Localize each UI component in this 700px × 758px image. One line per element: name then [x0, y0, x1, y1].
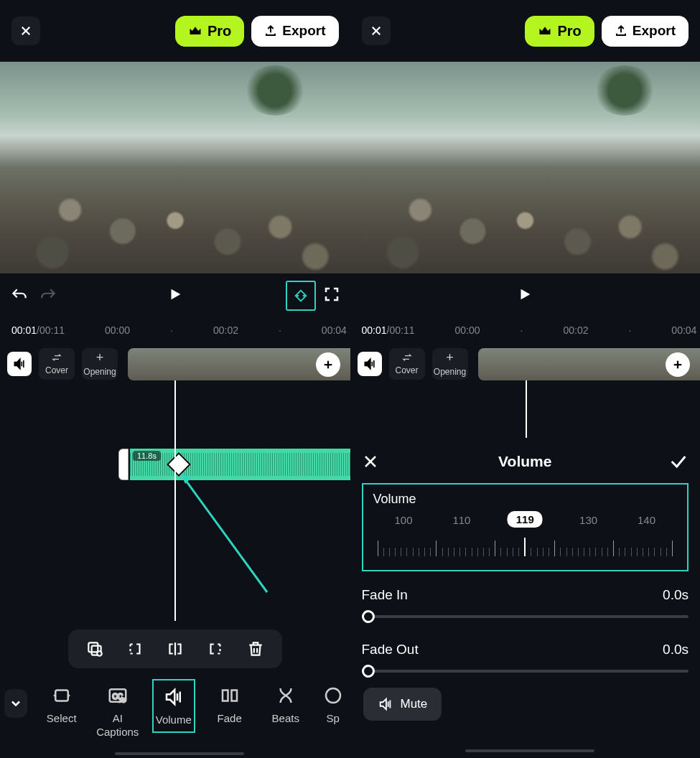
pro-button[interactable]: Pro	[525, 16, 594, 47]
redo-icon[interactable]	[39, 286, 57, 305]
copy-icon[interactable]	[85, 640, 104, 658]
tool-label: Fade	[218, 712, 242, 724]
cover-label: Cover	[395, 365, 418, 375]
slider-handle[interactable]	[362, 610, 375, 623]
collapse-button[interactable]	[4, 689, 27, 718]
topbar: Pro Export	[350, 0, 701, 62]
select-icon	[51, 685, 73, 706]
plus-icon: +	[96, 351, 104, 364]
playhead[interactable]	[174, 380, 176, 621]
fade-icon	[219, 685, 241, 706]
plus-icon	[322, 358, 335, 371]
slider-handle[interactable]	[362, 665, 375, 678]
tick-label: 130	[579, 514, 597, 526]
track-audio-button[interactable]	[7, 352, 32, 376]
keyframe-button[interactable]	[286, 281, 316, 311]
svg-rect-10	[231, 691, 237, 701]
cc-icon: CCAI	[107, 685, 129, 706]
opening-label: Opening	[83, 367, 116, 377]
close-icon[interactable]	[362, 453, 379, 470]
tool-split-partial[interactable]: Sp	[320, 679, 346, 730]
control-bar	[0, 273, 350, 318]
upload-icon	[264, 24, 277, 37]
fullscreen-button[interactable]	[323, 286, 340, 306]
play-button[interactable]	[517, 286, 533, 305]
svg-rect-3	[88, 642, 98, 652]
tool-beats[interactable]: Beats	[264, 679, 307, 730]
clip-duration: 11.8s	[133, 451, 161, 461]
upload-icon	[615, 24, 627, 37]
tool-label: Select	[47, 712, 77, 724]
track-audio-button[interactable]	[358, 352, 382, 376]
cover-button[interactable]: Cover	[389, 348, 425, 380]
plus-icon: +	[446, 351, 454, 364]
cover-label: Cover	[45, 365, 68, 375]
video-preview[interactable]	[0, 62, 350, 273]
check-icon[interactable]	[668, 451, 689, 472]
tool-select[interactable]: Select	[40, 679, 83, 730]
time-ruler[interactable]: 00:01/00:11 00:00· 00:02· 00:04·	[0, 318, 350, 342]
export-button[interactable]: Export	[251, 16, 338, 47]
bottom-toolbar: Select CCAI AI Captions Volume Fade Beat…	[0, 679, 350, 749]
fade-in-slider[interactable]	[362, 607, 689, 626]
opening-button[interactable]: + Opening	[432, 348, 468, 380]
video-preview[interactable]	[350, 62, 701, 273]
topbar: Pro Export	[0, 0, 350, 62]
time-mark: 00:04	[322, 324, 347, 336]
pro-button[interactable]: Pro	[175, 16, 244, 47]
add-clip-button[interactable]	[666, 352, 690, 377]
total-time: /00:11	[37, 324, 65, 336]
tool-ai-captions[interactable]: CCAI AI Captions	[96, 679, 139, 744]
clip-handle[interactable]	[118, 449, 129, 480]
total-time: /00:11	[387, 324, 415, 336]
scroll-indicator	[465, 749, 594, 752]
opening-button[interactable]: + Opening	[82, 348, 118, 380]
current-time: 00:01	[362, 324, 387, 336]
close-button[interactable]	[11, 17, 40, 45]
undo-icon[interactable]	[10, 286, 29, 305]
chevron-down-icon	[9, 696, 23, 711]
swap-icon	[401, 352, 414, 362]
annotation-arrow	[181, 474, 281, 606]
time-mark: 00:02	[213, 324, 238, 336]
scroll-indicator	[115, 752, 244, 755]
tool-label: Captions	[96, 726, 139, 738]
volume-value: 119	[508, 511, 543, 528]
volume-slider[interactable]: Volume 100 110 130 140 119	[362, 483, 689, 571]
beats-icon	[275, 685, 297, 706]
delete-icon[interactable]	[246, 640, 265, 658]
fade-out-slider[interactable]	[362, 662, 689, 680]
time-mark: 00:04	[671, 324, 696, 336]
svg-line-0	[181, 474, 267, 592]
svg-rect-9	[223, 691, 228, 701]
keyframe-icon	[293, 288, 309, 304]
pro-label: Pro	[557, 23, 581, 39]
tool-label: Sp	[326, 712, 339, 724]
pro-label: Pro	[207, 23, 231, 39]
trim-left-icon[interactable]	[126, 640, 144, 658]
add-clip-button[interactable]	[316, 352, 340, 377]
close-icon	[370, 24, 383, 37]
time-mark: 00:00	[105, 324, 130, 336]
tool-volume[interactable]: Volume	[152, 679, 195, 733]
play-button[interactable]	[167, 286, 183, 305]
speaker-icon	[363, 357, 377, 371]
playhead[interactable]	[526, 380, 527, 438]
tool-label: Volume	[156, 713, 192, 726]
tool-fade[interactable]: Fade	[208, 679, 251, 730]
trim-right-icon[interactable]	[206, 640, 225, 658]
crown-icon	[538, 24, 552, 38]
cover-button[interactable]: Cover	[39, 348, 75, 380]
time-ruler[interactable]: 00:01/00:11 00:00· 00:02· 00:04·	[350, 318, 701, 342]
plus-icon	[671, 358, 684, 371]
panel-title: Volume	[498, 453, 551, 470]
export-button[interactable]: Export	[602, 16, 689, 47]
speaker-icon	[378, 696, 393, 712]
fullscreen-icon	[323, 286, 340, 303]
mute-button[interactable]: Mute	[363, 688, 442, 721]
volume-label: Volume	[373, 492, 678, 507]
svg-text:AI: AI	[119, 697, 124, 703]
split-icon[interactable]	[166, 640, 185, 658]
speaker-icon	[163, 686, 185, 708]
close-button[interactable]	[362, 17, 391, 45]
